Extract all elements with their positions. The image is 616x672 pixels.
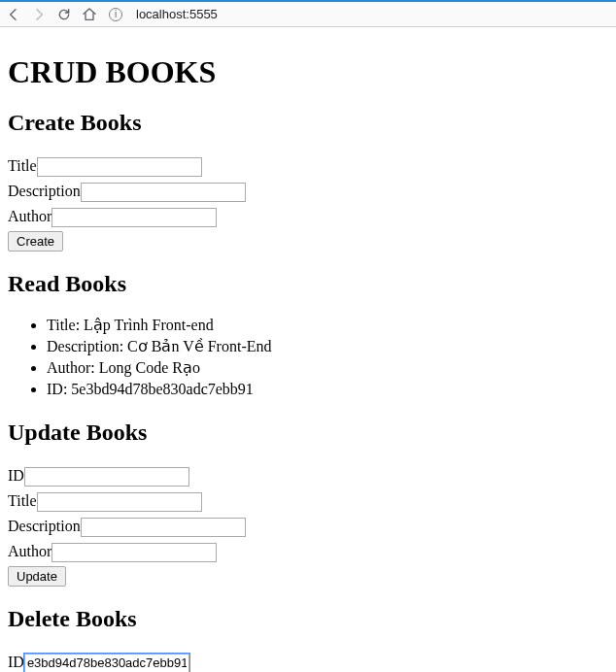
update-button[interactable]: Update — [8, 566, 66, 587]
read-list: Title: Lập Trình Front-end Description: … — [8, 315, 608, 400]
delete-heading: Delete Books — [8, 606, 608, 632]
update-id-input[interactable] — [24, 467, 189, 487]
update-heading: Update Books — [8, 420, 608, 446]
read-heading: Read Books — [8, 271, 608, 297]
update-title-input[interactable] — [37, 492, 202, 512]
create-description-label: Description — [8, 183, 81, 199]
list-item: Title: Lập Trình Front-end — [47, 315, 608, 336]
forward-icon[interactable] — [31, 7, 47, 22]
update-author-label: Author — [8, 543, 51, 559]
create-author-input[interactable] — [51, 208, 217, 227]
update-title-label: Title — [8, 492, 37, 509]
list-item: ID: 5e3bd94d78be830adc7ebb91 — [47, 379, 608, 400]
create-button[interactable]: Create — [8, 231, 63, 252]
list-item: Description: Cơ Bản Về Front-End — [47, 336, 608, 357]
page-content: CRUD BOOKS Create Books Title Descriptio… — [0, 27, 616, 672]
create-heading: Create Books — [8, 110, 608, 136]
create-description-input[interactable] — [81, 183, 246, 202]
address-bar[interactable]: localhost:5555 — [136, 7, 610, 21]
page-title: CRUD BOOKS — [8, 54, 608, 90]
update-id-label: ID — [8, 467, 24, 484]
site-info-icon[interactable]: i — [109, 8, 122, 21]
create-title-label: Title — [8, 157, 37, 174]
update-description-label: Description — [8, 518, 81, 534]
delete-id-label: ID — [8, 654, 24, 670]
create-author-label: Author — [8, 208, 51, 224]
update-author-input[interactable] — [51, 543, 217, 562]
back-icon[interactable] — [6, 7, 21, 22]
list-item: Author: Long Code Rạo — [47, 357, 608, 379]
home-icon[interactable] — [82, 7, 97, 22]
create-title-input[interactable] — [37, 157, 202, 177]
delete-id-input[interactable] — [24, 654, 189, 673]
browser-toolbar: i localhost:5555 — [0, 0, 616, 27]
update-description-input[interactable] — [81, 518, 246, 537]
reload-icon[interactable] — [56, 7, 72, 22]
